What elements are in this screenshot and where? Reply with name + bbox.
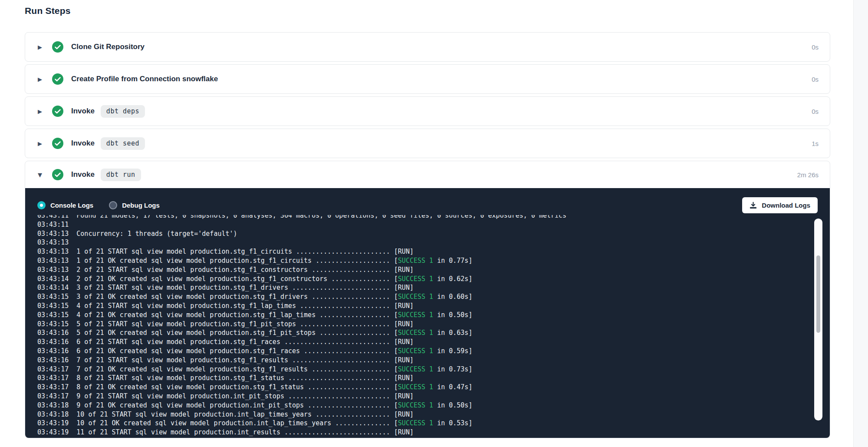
step-title: Invoke <box>71 139 95 148</box>
log-line: 03:43:13 1 of 21 OK created sql view mod… <box>37 256 814 265</box>
log-line: 03:43:16 7 of 21 START sql view model pr… <box>37 356 814 365</box>
chevron-right-icon: ▶ <box>36 76 43 83</box>
run-step-row[interactable]: ▶ Invoke dbt seed 1s <box>25 129 830 158</box>
log-line: 03:43:14 3 of 21 START sql view model pr… <box>37 283 814 292</box>
log-line: 03:43:11 <box>37 220 814 229</box>
log-line: 03:43:16 6 of 21 START sql view model pr… <box>37 338 814 347</box>
step-title: Clone Git Repository <box>71 43 145 51</box>
success-check-icon <box>52 138 63 149</box>
log-panel: Console Logs Debug Logs Download Logs <box>25 188 830 438</box>
chevron-right-icon: ▶ <box>36 44 43 50</box>
log-line: 03:43:11 Found 21 models, 17 tests, 0 sn… <box>37 215 814 220</box>
log-line: 03:43:19 11 of 21 START sql view model p… <box>37 428 814 437</box>
run-step-row[interactable]: ▶ Invoke dbt deps 0s <box>25 97 830 126</box>
step-duration: 1s <box>812 140 819 147</box>
log-line: 03:43:19 10 of 21 OK created sql view mo… <box>37 419 814 428</box>
log-line: 03:43:18 10 of 21 START sql view model p… <box>37 410 814 419</box>
step-duration: 0s <box>812 108 819 115</box>
right-gutter <box>853 0 868 447</box>
download-logs-label: Download Logs <box>762 202 810 209</box>
debug-logs-radio[interactable]: Debug Logs <box>109 201 160 209</box>
console-logs-radio[interactable]: Console Logs <box>37 201 93 209</box>
chevron-right-icon: ▶ <box>36 108 43 115</box>
step-title: Invoke <box>71 170 95 179</box>
chevron-right-icon: ▶ <box>36 140 43 147</box>
log-line: 03:43:13 2 of 21 START sql view model pr… <box>37 265 814 275</box>
step-title: Invoke <box>71 107 95 116</box>
step-duration: 2m 26s <box>797 171 819 179</box>
log-line: 03:43:13 1 of 21 START sql view model pr… <box>37 247 814 256</box>
step-duration: 0s <box>812 76 819 83</box>
log-line: 03:43:17 7 of 21 OK created sql view mod… <box>37 365 814 374</box>
scrollbar-track[interactable] <box>814 219 822 421</box>
success-check-icon <box>52 73 63 85</box>
console-logs-label: Console Logs <box>50 202 93 209</box>
log-line: 03:43:17 8 of 21 OK created sql view mod… <box>37 383 814 392</box>
console-log-output[interactable]: 03:43:11 Found 21 models, 17 tests, 0 sn… <box>37 215 814 438</box>
radio-selected-icon <box>37 201 46 209</box>
success-check-icon <box>52 106 63 117</box>
run-step-row[interactable]: ▶ Clone Git Repository 0s <box>25 33 830 61</box>
log-line: 03:43:15 3 of 21 OK created sql view mod… <box>37 292 814 301</box>
page-title: Run Steps <box>25 6 868 16</box>
step-title: Create Profile from Connection snowflake <box>71 75 218 83</box>
step-command-badge: dbt deps <box>101 105 145 118</box>
run-step-row[interactable]: ▼ Invoke dbt run 2m 26s <box>25 161 830 188</box>
log-line: 03:43:17 8 of 21 START sql view model pr… <box>37 374 814 383</box>
run-step-card: ▶ Invoke dbt seed 1s <box>25 129 830 158</box>
log-line: 03:43:16 6 of 21 OK created sql view mod… <box>37 347 814 356</box>
log-line: 03:43:14 2 of 21 OK created sql view mod… <box>37 275 814 284</box>
run-step-card: ▶ Clone Git Repository 0s <box>25 32 830 62</box>
log-panel-toolbar: Console Logs Debug Logs Download Logs <box>25 188 830 215</box>
chevron-down-icon: ▼ <box>36 172 43 178</box>
scrollbar-thumb[interactable] <box>816 255 820 333</box>
success-check-icon <box>52 169 63 180</box>
log-line: 03:43:13 Concurrency: 1 threads (target=… <box>37 229 814 238</box>
step-command-badge: dbt seed <box>101 137 145 150</box>
debug-logs-label: Debug Logs <box>122 202 160 209</box>
download-logs-button[interactable]: Download Logs <box>742 197 818 213</box>
log-line: 03:43:15 5 of 21 START sql view model pr… <box>37 320 814 329</box>
console-log-output-inner: 03:43:11 Found 21 models, 17 tests, 0 sn… <box>37 215 814 437</box>
radio-unselected-icon <box>109 201 117 209</box>
run-step-row[interactable]: ▶ Create Profile from Connection snowfla… <box>25 65 830 93</box>
run-step-card-expanded: ▼ Invoke dbt run 2m 26s Console Logs Deb… <box>25 161 830 438</box>
step-duration: 0s <box>812 43 819 51</box>
run-steps-list: ▶ Clone Git Repository 0s ▶ Create Profi… <box>25 32 830 438</box>
log-line: 03:43:15 4 of 21 OK created sql view mod… <box>37 311 814 320</box>
log-line: 03:43:17 9 of 21 START sql view model pr… <box>37 392 814 401</box>
download-icon <box>750 202 757 209</box>
run-step-card: ▶ Create Profile from Connection snowfla… <box>25 64 830 94</box>
success-check-icon <box>52 41 63 53</box>
step-command-badge: dbt run <box>101 169 141 181</box>
log-line: 03:43:13 <box>37 238 814 247</box>
log-line: 03:43:18 9 of 21 OK created sql view mod… <box>37 401 814 410</box>
log-line: 03:43:15 4 of 21 START sql view model pr… <box>37 301 814 311</box>
run-step-card: ▶ Invoke dbt deps 0s <box>25 96 830 126</box>
log-line: 03:43:16 5 of 21 OK created sql view mod… <box>37 328 814 338</box>
